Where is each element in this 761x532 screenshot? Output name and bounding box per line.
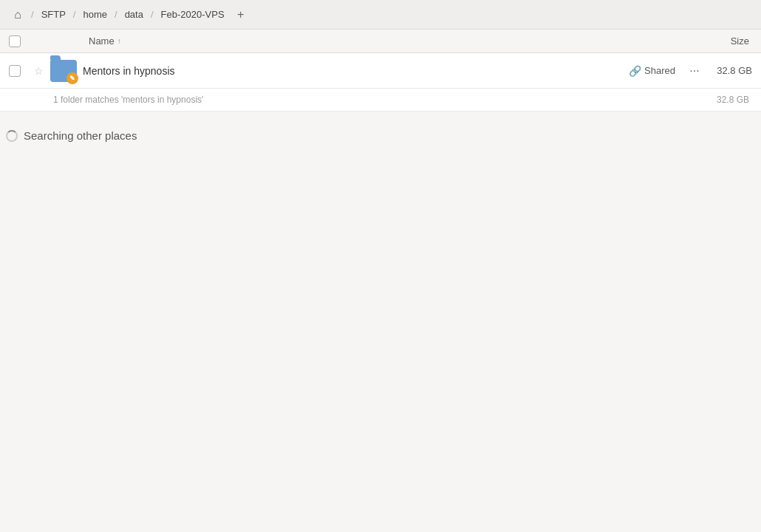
add-tab-button[interactable]: + — [232, 6, 250, 24]
column-header: Name ↑ Size — [0, 30, 761, 53]
search-status: 32.8 GB 1 folder matches 'mentors in hyp… — [0, 89, 761, 112]
home-icon: ⌂ — [14, 8, 21, 21]
row-checkbox-wrapper[interactable] — [6, 65, 24, 77]
search-status-size: 32.8 GB — [717, 95, 755, 105]
select-all-checkbox[interactable] — [6, 35, 24, 47]
sort-arrow-icon: ↑ — [117, 37, 121, 45]
star-button[interactable]: ☆ — [30, 65, 47, 77]
size-column-header: Size — [696, 35, 755, 47]
search-status-text: 1 folder matches 'mentors in hypnosis' — [53, 95, 203, 105]
header: ⌂ / SFTP / home / data / Feb-2020-VPS + — [0, 0, 761, 30]
home-button[interactable]: ⌂ — [6, 3, 30, 27]
loading-spinner — [6, 130, 18, 142]
breadcrumb-data[interactable]: data — [119, 4, 149, 25]
file-icon-wrapper: ✎ — [50, 58, 77, 84]
searching-other-label: Searching other places — [24, 129, 137, 142]
shared-label: Shared — [644, 65, 675, 76]
separator-1: / — [72, 9, 78, 20]
shared-badge[interactable]: 🔗 Shared — [629, 65, 675, 77]
searching-other-section: Searching other places — [0, 112, 761, 148]
separator-0: / — [30, 9, 35, 20]
breadcrumb-feb-2020-vps[interactable]: Feb-2020-VPS — [155, 4, 231, 25]
separator-3: / — [149, 9, 155, 20]
share-icon: 🔗 — [629, 65, 641, 77]
file-size: 32.8 GB — [711, 65, 755, 76]
name-column-header[interactable]: Name ↑ — [89, 35, 696, 47]
file-name: Mentors in hypnosis — [83, 65, 629, 77]
breadcrumb-home[interactable]: home — [77, 4, 113, 25]
row-checkbox[interactable] — [9, 65, 21, 77]
more-options-button[interactable]: ··· — [684, 61, 705, 81]
checkbox-all[interactable] — [9, 35, 21, 47]
table-row[interactable]: ☆ ✎ Mentors in hypnosis 🔗 Shared ··· 32.… — [0, 53, 761, 89]
breadcrumb-sftp[interactable]: SFTP — [35, 4, 72, 25]
folder-overlay-icon: ✎ — [66, 72, 78, 84]
separator-2: / — [113, 9, 119, 20]
